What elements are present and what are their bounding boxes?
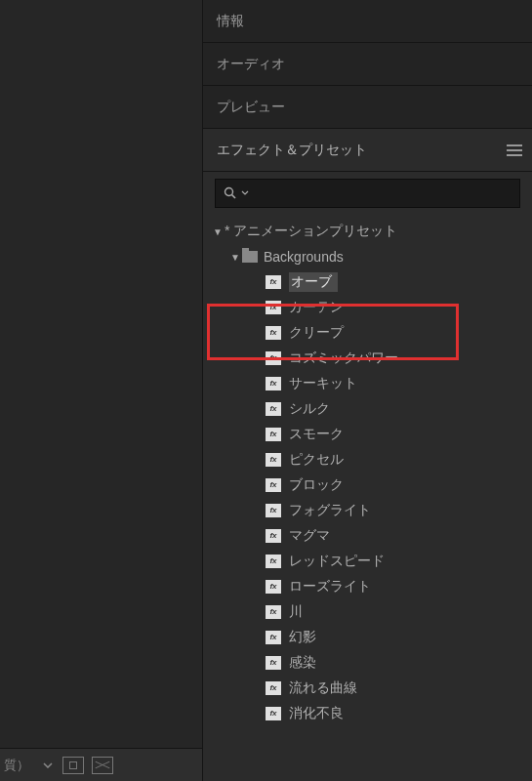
preset-label: フォグライト: [289, 502, 371, 519]
preset-item[interactable]: カーテン: [203, 295, 532, 320]
search-field[interactable]: [253, 186, 519, 201]
preset-item[interactable]: 流れる曲線: [203, 676, 532, 701]
preset-label: ローズライト: [289, 578, 371, 596]
right-panel: 情報 オーディオ プレビュー エフェクト＆プリセット ▼ * アニメーションプ: [203, 0, 532, 781]
preset-icon: [266, 377, 281, 390]
tab-label: エフェクト＆プリセット: [217, 142, 367, 159]
preset-icon: [266, 301, 281, 314]
tree-folder-backgrounds[interactable]: ▼ Backgrounds: [203, 244, 532, 269]
preset-label: ピクセル: [289, 451, 344, 469]
preset-label: カーテン: [289, 299, 344, 316]
svg-point-0: [225, 188, 233, 196]
tab-preview[interactable]: プレビュー: [203, 86, 532, 129]
preset-item[interactable]: ピクセル: [203, 447, 532, 473]
preset-item[interactable]: レッドスピード: [203, 549, 532, 574]
preset-label: オーブ: [289, 272, 338, 292]
preset-icon: [266, 631, 281, 644]
caret-down-icon: ▼: [211, 226, 225, 237]
search-input[interactable]: [215, 179, 520, 208]
preset-label: 流れる曲線: [289, 679, 357, 697]
preset-label: 川: [289, 603, 303, 621]
toggle-grid-icon[interactable]: [92, 757, 113, 774]
preset-item[interactable]: コズミックパワー: [203, 346, 532, 371]
preset-item[interactable]: マグマ: [203, 523, 532, 549]
preset-icon: [266, 428, 281, 441]
quality-label-fragment: 質）: [4, 757, 29, 774]
preset-icon: [266, 402, 281, 416]
tree-label: * アニメーションプリセット: [225, 223, 397, 240]
preset-label: 消化不良: [289, 705, 344, 722]
preset-item[interactable]: ローズライト: [203, 574, 532, 599]
tab-label: 情報: [217, 13, 244, 30]
preset-icon: [266, 681, 281, 695]
preset-icon: [266, 580, 281, 594]
bottom-toolbar: 質）: [0, 748, 202, 781]
tab-label: プレビュー: [217, 99, 285, 116]
preset-item[interactable]: 感染: [203, 650, 532, 676]
preset-item[interactable]: ブロック: [203, 473, 532, 498]
tab-label: オーディオ: [217, 56, 285, 73]
preset-label: 感染: [289, 654, 316, 672]
preset-item[interactable]: 消化不良: [203, 701, 532, 726]
preset-label: コズミックパワー: [289, 349, 398, 367]
preset-item[interactable]: サーキット: [203, 371, 532, 396]
folder-icon: [242, 251, 258, 263]
preset-icon: [266, 656, 281, 670]
preset-label: シルク: [289, 400, 330, 418]
preset-item[interactable]: スモーク: [203, 422, 532, 447]
preset-icon: [266, 555, 281, 568]
chevron-down-icon[interactable]: [41, 759, 55, 772]
preset-label: レッドスピード: [289, 553, 385, 570]
preset-icon: [266, 605, 281, 619]
tab-effects-presets[interactable]: エフェクト＆プリセット: [203, 129, 532, 172]
preset-item[interactable]: クリープ: [203, 320, 532, 346]
preset-item[interactable]: シルク: [203, 396, 532, 422]
preset-icon: [266, 478, 281, 492]
preset-item[interactable]: 川: [203, 599, 532, 625]
caret-down-icon: ▼: [228, 252, 242, 263]
preset-icon: [266, 707, 281, 720]
preset-item[interactable]: オーブ: [203, 269, 532, 295]
preset-icon: [266, 275, 281, 289]
toggle-viewport-icon[interactable]: [62, 757, 84, 774]
preset-icon: [266, 351, 281, 365]
preset-label: 幻影: [289, 629, 316, 646]
preset-label: スモーク: [289, 426, 344, 443]
tree-category-animation-presets[interactable]: ▼ * アニメーションプリセット: [203, 219, 532, 244]
preset-tree: ▼ * アニメーションプリセット ▼ Backgrounds オーブカーテンクリ…: [203, 215, 532, 781]
preset-label: クリープ: [289, 324, 344, 342]
panel-menu-icon[interactable]: [507, 144, 522, 156]
chevron-down-icon: [241, 190, 249, 196]
preset-icon: [266, 504, 281, 517]
preset-icon: [266, 453, 281, 467]
preset-label: サーキット: [289, 375, 357, 392]
preset-item[interactable]: 幻影: [203, 625, 532, 650]
tree-label: Backgrounds: [264, 249, 344, 265]
search-row: [203, 172, 532, 215]
preset-label: マグマ: [289, 527, 330, 545]
search-icon: [224, 186, 237, 200]
tab-audio[interactable]: オーディオ: [203, 43, 532, 86]
preset-label: ブロック: [289, 476, 344, 494]
tab-info[interactable]: 情報: [203, 0, 532, 43]
left-panel: 質）: [0, 0, 203, 781]
svg-line-1: [232, 195, 236, 199]
preset-item[interactable]: フォグライト: [203, 498, 532, 523]
preset-icon: [266, 326, 281, 340]
preset-icon: [266, 529, 281, 543]
